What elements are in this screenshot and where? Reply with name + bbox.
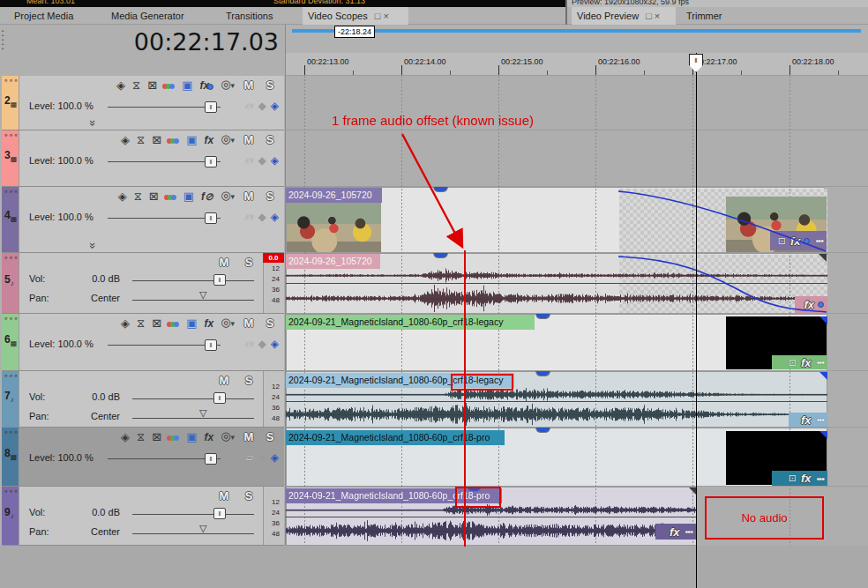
layers-blue-icon[interactable]: ◈ [271, 451, 279, 464]
compositing-parent-icon[interactable]: ⧖ [132, 79, 140, 92]
track-header[interactable]: ∘∘∘ 7♪ M S Vol: 0.0 dB ‖ Pan: Center ▽ 1… [2, 371, 284, 428]
track-height-icon[interactable]: ◈ [121, 431, 130, 443]
track-color-strip[interactable]: ∘∘∘ 8▦ [2, 428, 19, 486]
event-fx-icon[interactable]: fx [801, 472, 812, 485]
audio-event-track7[interactable]: 2024-09-21_MagneticIsland_1080-60p_crf18… [286, 371, 827, 428]
compositing-parent-icon[interactable]: ⧖ [137, 317, 145, 330]
compositing-parent-icon[interactable]: ⧖ [134, 190, 142, 203]
track-header[interactable]: ∘∘∘ 3▦ ◈ ⧖ ⊠ ▣ fx ◎▾ M S Level: 100.0 % … [2, 130, 284, 187]
solo-button[interactable]: S [242, 489, 256, 502]
track-header[interactable]: ∘∘∘ 8▦ ◈ ⧖ ⊠ ▣ fx ◎▾ M S Level: 100.0 % … [2, 428, 284, 487]
level-slider[interactable] [108, 458, 221, 459]
loop-region-bar[interactable] [292, 29, 861, 33]
more-icon[interactable]: ••• [816, 473, 824, 484]
track-fx-icon[interactable]: fx [204, 134, 213, 146]
close-icon[interactable]: × [383, 11, 388, 21]
track-motion-icon[interactable]: ▣ [186, 431, 197, 443]
compositing-mode-icon[interactable]: ◎▾ [221, 133, 235, 146]
mute-button[interactable]: M [217, 374, 231, 387]
pan-slider-handle[interactable]: ▽ [199, 289, 206, 301]
mute-button[interactable]: M [217, 256, 231, 269]
track-fx-icon[interactable]: fx [199, 79, 213, 92]
volume-slider[interactable] [132, 398, 254, 399]
event-fx-icon[interactable]: fx [790, 234, 801, 248]
track-header[interactable]: ∘∘∘ 9♪ M S Vol: 0.0 dB ‖ Pan: Center ▽ 1… [2, 487, 284, 546]
track-height-icon[interactable]: ◈ [121, 134, 130, 146]
track-color-strip[interactable]: ∘∘∘ 6▦ [2, 314, 19, 370]
mute-button[interactable]: M [242, 190, 256, 203]
track-motion-icon[interactable]: ▣ [186, 317, 197, 330]
layers-gray-icon[interactable]: ◆ [258, 154, 266, 167]
solo-button[interactable]: S [263, 430, 277, 443]
solo-button[interactable]: S [263, 133, 277, 146]
timeline[interactable]: -22:18.24 00:22:13.0000:22:14.0000:22:15… [285, 25, 868, 588]
layers-gray-icon[interactable]: ◆ [258, 211, 266, 223]
expand-chevron-icon[interactable]: » [86, 120, 100, 126]
level-slider-handle[interactable]: ‖ [205, 101, 217, 113]
track-height-icon[interactable]: ◈ [121, 317, 130, 330]
track-fx-icon[interactable]: fx [204, 317, 213, 330]
layers-blue-icon[interactable]: ◈ [271, 154, 279, 167]
tab-trimmer[interactable]: Trimmer [681, 7, 728, 25]
video-event-track4[interactable]: 2024-09-26_105720 ⊡ fx ••• [286, 187, 827, 253]
pan-crop-icon[interactable]: ⊡ [778, 235, 785, 247]
level-slider-handle[interactable]: ‖ [205, 156, 217, 167]
tab-project-media[interactable]: Project Media [9, 7, 79, 25]
track-motion-icon[interactable]: ▣ [183, 190, 194, 203]
close-icon[interactable]: × [655, 11, 660, 21]
level-slider-handle[interactable]: ‖ [205, 453, 217, 465]
volume-slider[interactable] [132, 280, 254, 281]
track-color-icon[interactable] [168, 317, 179, 330]
compositing-mode-icon[interactable]: ◎▾ [221, 190, 235, 203]
expand-chevron-icon[interactable]: » [86, 242, 100, 249]
tab-transitions[interactable]: Transitions [221, 7, 278, 25]
layers-blue-icon[interactable]: ◈ [271, 100, 279, 112]
mute-button[interactable]: M [242, 133, 256, 146]
timecode-display[interactable]: 00:22:17.03 [35, 28, 279, 56]
envelope-eraser-icon[interactable]: ▱ [245, 211, 253, 223]
dock-grip-dots-icon[interactable]: ••••• [2, 29, 9, 51]
pan-slider[interactable] [132, 300, 254, 301]
bypass-motion-blur-icon[interactable]: ⊠ [152, 134, 161, 146]
track-fx-icon[interactable]: f⊘ [201, 190, 213, 203]
pan-slider-handle[interactable]: ▽ [199, 523, 206, 534]
event-fx-icon[interactable]: fx [801, 413, 812, 427]
level-slider-handle[interactable]: ‖ [205, 212, 217, 224]
pan-slider[interactable] [132, 533, 254, 534]
track-color-strip[interactable]: ∘∘∘ 9♪ [2, 487, 19, 545]
maximize-icon[interactable]: □ [375, 11, 381, 21]
layers-gray-icon[interactable]: ◆ [258, 100, 266, 112]
layers-blue-icon[interactable]: ◈ [271, 211, 279, 223]
marker-bar[interactable]: -22:18.24 [286, 25, 868, 53]
tab-video-preview[interactable]: Video Preview□ × [572, 7, 676, 25]
event-fx-icon[interactable]: fx [804, 298, 814, 311]
envelope-eraser-icon[interactable]: ▱ [245, 451, 253, 464]
more-icon[interactable]: ••• [685, 526, 692, 537]
event-fx-icon[interactable]: fx [670, 525, 680, 539]
track-color-icon[interactable] [166, 190, 176, 203]
bypass-motion-blur-icon[interactable]: ⊠ [152, 431, 161, 443]
level-slider[interactable] [108, 107, 221, 108]
compositing-mode-icon[interactable]: ◎▾ [221, 316, 235, 330]
pan-slider[interactable] [132, 418, 254, 419]
bypass-motion-blur-icon[interactable]: ⊠ [147, 79, 157, 92]
pan-slider-handle[interactable]: ▽ [199, 407, 206, 419]
track-fx-icon[interactable]: fx [204, 431, 213, 443]
more-icon[interactable]: ••• [816, 414, 824, 425]
pan-crop-icon[interactable]: ⊡ [789, 357, 796, 368]
track-color-strip[interactable]: ∘∘∘ 5♪ [2, 253, 19, 313]
bypass-motion-blur-icon[interactable]: ⊠ [152, 317, 161, 330]
track-height-icon[interactable]: ◈ [116, 79, 125, 92]
compositing-parent-icon[interactable]: ⧖ [137, 431, 145, 443]
layers-gray-icon[interactable]: ◆ [258, 451, 266, 464]
tab-media-generator[interactable]: Media Generator [106, 7, 190, 25]
audio-event-track5[interactable]: 2024-09-26_105720 fx [286, 253, 827, 314]
volume-slider-handle[interactable]: ‖ [213, 508, 226, 519]
envelope-eraser-icon[interactable]: ▱ [245, 338, 253, 350]
more-icon[interactable]: ••• [815, 235, 823, 246]
track-motion-icon[interactable]: ▣ [186, 134, 197, 146]
solo-button[interactable]: S [263, 190, 277, 203]
layers-blue-icon[interactable]: ◈ [271, 338, 279, 350]
mute-button[interactable]: M [242, 78, 256, 92]
tab-video-scopes[interactable]: Video Scopes□ × [303, 7, 408, 25]
